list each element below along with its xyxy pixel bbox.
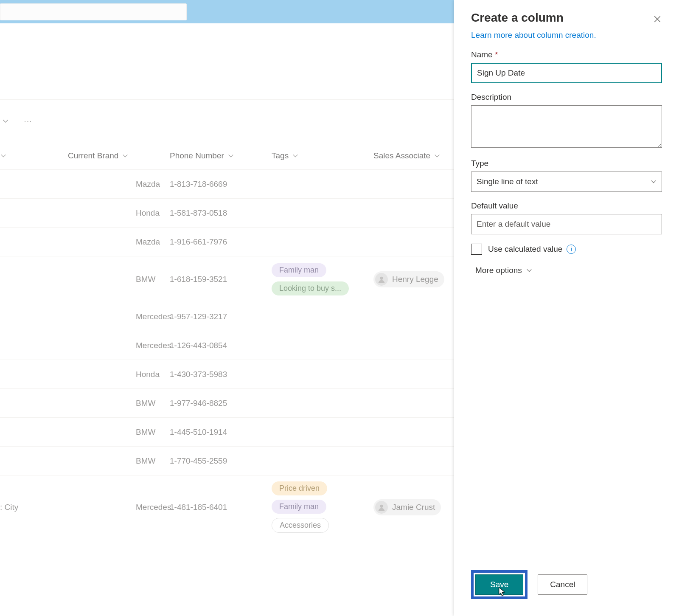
cell-brand: Honda bbox=[68, 208, 170, 218]
column-header-tags[interactable]: Tags bbox=[272, 151, 373, 160]
chevron-down-icon[interactable] bbox=[0, 115, 11, 127]
required-marker: * bbox=[495, 50, 498, 59]
column-header[interactable] bbox=[0, 152, 68, 159]
list-table: Current Brand Phone Number Tags Sales As… bbox=[0, 142, 454, 539]
table-row[interactable]: BMW 1-770-455-2559 bbox=[0, 447, 454, 475]
name-input[interactable] bbox=[471, 63, 662, 83]
cell-tags bbox=[272, 426, 373, 438]
search-input[interactable] bbox=[0, 3, 187, 20]
cell-brand: Mercedes bbox=[68, 341, 170, 350]
cell-brand: BMW bbox=[68, 456, 170, 466]
field-description: Description bbox=[471, 93, 662, 149]
column-header-brand[interactable]: Current Brand bbox=[68, 151, 170, 160]
table-row[interactable]: : City Mercedes 1-481-185-6401 Price dri… bbox=[0, 475, 454, 539]
cell-phone: 1-481-185-6401 bbox=[170, 503, 272, 512]
table-row[interactable]: Honda 1-430-373-5983 bbox=[0, 360, 454, 389]
field-type: Type Single line of text bbox=[471, 159, 662, 192]
info-icon[interactable]: i bbox=[567, 245, 576, 254]
save-button[interactable]: Save bbox=[475, 574, 523, 595]
panel-title: Create a column bbox=[471, 11, 662, 25]
calculated-value-row: Use calculated value i bbox=[471, 244, 662, 255]
cell-phone: 1-977-946-8825 bbox=[170, 399, 272, 408]
cell-phone: 1-126-443-0854 bbox=[170, 341, 272, 350]
table-header-row: Current Brand Phone Number Tags Sales As… bbox=[0, 142, 454, 170]
cell-phone: 1-618-159-3521 bbox=[170, 275, 272, 284]
cell-tags bbox=[272, 311, 373, 323]
cell-brand: Mercedes bbox=[68, 503, 170, 512]
person-pill[interactable]: Jamie Crust bbox=[373, 499, 441, 515]
tag-pill: Accessories bbox=[272, 518, 329, 533]
tag-pill: Family man bbox=[272, 263, 326, 277]
avatar-icon bbox=[375, 501, 388, 514]
avatar-icon bbox=[375, 273, 388, 286]
cell-leading: : City bbox=[0, 503, 68, 512]
command-bar: ··· bbox=[0, 100, 454, 142]
chevron-down-icon bbox=[122, 152, 129, 159]
cell-phone: 1-770-455-2559 bbox=[170, 456, 272, 466]
tutorial-highlight: Save bbox=[471, 570, 527, 599]
cell-tags bbox=[272, 397, 373, 409]
cell-tags bbox=[272, 368, 373, 380]
cell-phone: 1-430-373-5983 bbox=[170, 370, 272, 379]
chevron-down-icon bbox=[526, 267, 532, 273]
table-row[interactable]: Mazda 1-916-661-7976 bbox=[0, 228, 454, 256]
table-row[interactable]: BMW 1-445-510-1914 bbox=[0, 418, 454, 447]
cursor-icon bbox=[498, 587, 506, 597]
field-name: Name * bbox=[471, 50, 662, 83]
person-pill[interactable]: Henry Legge bbox=[373, 271, 444, 287]
type-value: Single line of text bbox=[477, 177, 538, 186]
panel-footer: Save Cancel bbox=[454, 570, 679, 616]
more-actions-button[interactable]: ··· bbox=[20, 113, 36, 129]
chevron-down-icon bbox=[651, 179, 657, 185]
svg-point-1 bbox=[380, 504, 383, 507]
cell-tags bbox=[272, 207, 373, 219]
table-row[interactable]: Honda 1-581-873-0518 bbox=[0, 199, 454, 228]
description-input[interactable] bbox=[471, 105, 662, 148]
main-content: ··· Current Brand Phone Number Tags Sale… bbox=[0, 23, 454, 539]
cell-tags bbox=[272, 340, 373, 352]
type-dropdown[interactable]: Single line of text bbox=[471, 172, 662, 192]
more-options-label: More options bbox=[475, 266, 522, 275]
cell-tags bbox=[272, 455, 373, 467]
chevron-down-icon bbox=[227, 152, 234, 159]
column-header-label: Current Brand bbox=[68, 151, 118, 160]
table-row[interactable]: BMW 1-977-946-8825 bbox=[0, 389, 454, 418]
cell-phone: 1-813-718-6669 bbox=[170, 180, 272, 189]
column-header-label: Tags bbox=[272, 151, 289, 160]
chevron-down-icon bbox=[434, 152, 441, 159]
column-header-phone[interactable]: Phone Number bbox=[170, 151, 272, 160]
cell-tags bbox=[272, 178, 373, 190]
cell-tags bbox=[272, 236, 373, 248]
cell-brand: BMW bbox=[68, 399, 170, 408]
type-label: Type bbox=[471, 159, 662, 168]
table-row[interactable]: Mercedes 1-126-443-0854 bbox=[0, 331, 454, 360]
close-button[interactable] bbox=[651, 13, 664, 25]
table-row[interactable]: Mazda 1-813-718-6669 bbox=[0, 170, 454, 199]
learn-more-link[interactable]: Learn more about column creation. bbox=[471, 31, 662, 40]
create-column-panel: Create a column Learn more about column … bbox=[454, 0, 679, 616]
cell-brand: BMW bbox=[68, 275, 170, 284]
suite-header-bar bbox=[0, 0, 454, 23]
calculated-value-label: Use calculated value bbox=[488, 245, 562, 254]
person-name: Jamie Crust bbox=[392, 503, 435, 512]
cancel-button[interactable]: Cancel bbox=[538, 574, 587, 595]
label-text: Name bbox=[471, 50, 493, 59]
table-row[interactable]: Mercedes 1-957-129-3217 bbox=[0, 302, 454, 331]
cell-tags: Price drivenFamily manAccessories bbox=[272, 475, 373, 539]
cell-brand: Mazda bbox=[68, 237, 170, 247]
tag-pill: Family man bbox=[272, 500, 326, 514]
calculated-value-checkbox[interactable] bbox=[471, 244, 482, 255]
tag-pill: Looking to buy s... bbox=[272, 281, 349, 295]
cell-brand: BMW bbox=[68, 428, 170, 437]
spacer-row bbox=[0, 23, 454, 100]
column-header-label: Sales Associate bbox=[373, 151, 430, 160]
tag-pill: Price driven bbox=[272, 481, 327, 495]
default-value-label: Default value bbox=[471, 201, 662, 211]
chevron-down-icon bbox=[292, 152, 299, 159]
cell-brand: Honda bbox=[68, 370, 170, 379]
cell-phone: 1-957-129-3217 bbox=[170, 312, 272, 321]
svg-point-0 bbox=[380, 276, 383, 279]
default-value-input[interactable] bbox=[471, 214, 662, 234]
table-row[interactable]: BMW 1-618-159-3521 Family manLooking to … bbox=[0, 256, 454, 302]
more-options-toggle[interactable]: More options bbox=[471, 266, 662, 275]
